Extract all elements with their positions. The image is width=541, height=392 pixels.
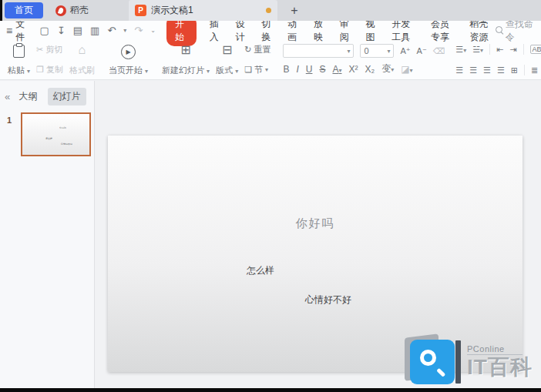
collapse-panel-icon[interactable]: « [5, 91, 10, 102]
cut-copy-group: ✂剪切 ❐复制 [33, 42, 66, 77]
slide-text-line3[interactable]: 心情好不好 [305, 293, 351, 307]
increase-font-icon[interactable]: A⁺ [400, 46, 410, 56]
clear-format-icon[interactable]: ⌫ [433, 46, 445, 56]
home-tab[interactable]: 首页 [5, 2, 43, 18]
layout-button[interactable]: ⊟ 版式 ▾ [213, 42, 241, 77]
ribbon-tab-devtools[interactable]: 开发工具 [391, 18, 418, 44]
watermark-title: IT百科 [467, 355, 533, 380]
wps-presentation-window: 首页 稻壳 P 演示文稿1 + ≡ 文件 ▢ ↧ ▤ ▥ ↶ ▾ ↷ ⌄ 开始 … [0, 0, 541, 392]
superscript-button[interactable]: X² [348, 64, 358, 75]
font-family-select[interactable]: ▾ [283, 44, 354, 58]
layout-caret-icon[interactable]: ▾ [235, 68, 238, 75]
paragraph-spacing-icon[interactable]: ≣ [531, 65, 538, 75]
cut-button[interactable]: ✂剪切 [36, 44, 63, 55]
ribbon-tab-docer-resources[interactable]: 稻壳资源 [469, 18, 496, 44]
layout-icon: ⊟ [222, 43, 232, 56]
customize-toolbar-icon[interactable]: ⌄ [150, 27, 156, 34]
ribbon-tab-review[interactable]: 审阅 [340, 18, 353, 44]
slide-text-line2[interactable]: 怎么样 [247, 264, 274, 277]
play-from-page-button[interactable]: ▶ 当页开始 ▾ [106, 42, 151, 77]
align-center-icon[interactable]: ☰ [469, 65, 477, 75]
subscript-button[interactable]: X₂ [365, 64, 375, 75]
print-icon[interactable]: ▤ [73, 25, 82, 36]
strikethrough-button[interactable]: S [319, 64, 325, 75]
reset-button[interactable]: ↻重置 [244, 44, 270, 55]
reset-icon: ↻ [244, 45, 251, 55]
magnifier-icon [420, 350, 436, 366]
section-caret-icon[interactable]: ▾ [265, 66, 268, 73]
format-painter-button[interactable]: ⌂ 格式刷 [66, 42, 98, 77]
ribbon-toolbar: 粘贴 ▾ ✂剪切 ❐复制 ⌂ 格式刷 ▶ 当页开始 ▾ ⊞ 新建幻灯片 ▾ ⊟ … [0, 40, 541, 80]
reset-section-group: ↻重置 ❏节▾ [241, 42, 274, 77]
ribbon-tab-design[interactable]: 设计 [236, 18, 249, 44]
ribbon-tab-transition[interactable]: 切换 [261, 18, 274, 44]
ribbon-tab-insert[interactable]: 插入 [210, 18, 223, 44]
decrease-indent-icon[interactable]: ⇤ [496, 45, 503, 55]
slide-canvas[interactable]: 你好吗 怎么样 心情好不好 [108, 136, 523, 372]
slide-text-title[interactable]: 你好吗 [108, 216, 523, 231]
new-slide-caret-icon[interactable]: ▾ [207, 68, 210, 75]
paste-button[interactable]: 粘贴 ▾ [5, 42, 33, 77]
docer-tab[interactable]: 稻壳 [43, 0, 99, 21]
it-baike-logo-icon [410, 340, 455, 384]
redo-icon[interactable]: ↷ [134, 25, 143, 36]
paste-caret-icon[interactable]: ▾ [27, 68, 30, 75]
bullets-button[interactable]: ☰▾ [455, 45, 466, 55]
align-right-icon[interactable]: ☰ [483, 65, 491, 75]
outline-tab[interactable]: 大纲 [14, 88, 43, 106]
hamburger-menu-icon[interactable]: ≡ [6, 25, 12, 37]
undo-caret-icon[interactable]: ▾ [123, 27, 126, 34]
align-left-icon[interactable]: ☰ [455, 65, 463, 75]
distribute-icon[interactable]: ⊞ [511, 65, 518, 75]
ribbon-tab-animation[interactable]: 动画 [287, 18, 301, 44]
window-edge [0, 0, 2, 21]
new-slide-button[interactable]: ⊞ 新建幻灯片 ▾ [159, 42, 213, 77]
new-tab-button[interactable]: + [287, 4, 302, 18]
print-preview-icon[interactable]: ▥ [90, 25, 99, 36]
fill-color-button[interactable]: ◪▾ [401, 64, 412, 75]
phonetic-button[interactable]: 变▾ [381, 62, 394, 75]
watermark-brand: PConline [467, 344, 523, 355]
underline-button[interactable]: U [306, 64, 313, 75]
presentation-file-icon: P [135, 5, 146, 16]
document-tab[interactable]: P 演示文稿1 [129, 0, 277, 21]
section-icon: ❏ [244, 65, 252, 75]
bold-button[interactable]: B [283, 64, 289, 75]
format-painter-icon: ⌂ [79, 43, 86, 56]
font-color-button[interactable]: A▾ [332, 64, 341, 75]
font-group: ▾ 0▾ A⁺ A⁻ ⌫ B I U S A▾ X² X₂ 变▾ ◪▾ [281, 42, 446, 77]
ribbon-tab-slideshow[interactable]: 放映 [314, 18, 327, 44]
export-icon[interactable]: ↧ [57, 25, 66, 36]
quick-access-toolbar: ▢ ↧ ▤ ▥ ↶ ▾ ↷ ⌄ [40, 25, 156, 36]
copy-icon: ❐ [36, 65, 44, 75]
copy-button[interactable]: ❐复制 [36, 64, 63, 75]
unsaved-indicator-dot [266, 8, 271, 13]
slide-thumbnail[interactable]: 你好吗 怎么样 心情好不好 [21, 112, 91, 156]
find-command-label: 查找命令 [506, 18, 535, 44]
slide-number: 1 [7, 116, 12, 125]
find-command-search[interactable]: 查找命令 [496, 18, 535, 44]
undo-icon[interactable]: ↶ [107, 25, 116, 36]
increase-indent-icon[interactable]: ⇥ [509, 45, 516, 55]
slides-tab[interactable]: 幻灯片 [48, 88, 86, 106]
ribbon-tab-member[interactable]: 会员专享 [431, 18, 457, 44]
docer-icon [55, 5, 66, 16]
save-icon[interactable]: ▢ [40, 25, 49, 36]
tab-bar: 首页 稻壳 P 演示文稿1 + [0, 0, 541, 21]
decrease-font-icon[interactable]: A⁻ [417, 46, 427, 56]
justify-icon[interactable]: ☰ [497, 65, 505, 75]
ribbon-tab-view[interactable]: 视图 [366, 18, 379, 44]
italic-button[interactable]: I [296, 64, 298, 75]
docer-tab-label: 稻壳 [70, 4, 89, 17]
numbering-button[interactable]: ☱▾ [472, 45, 483, 55]
file-menu[interactable]: 文件 [15, 18, 30, 44]
slide-panel: « 大纲 幻灯片 1 你好吗 怎么样 心情好不好 [0, 81, 95, 392]
search-icon [496, 26, 502, 35]
font-size-select[interactable]: 0▾ [360, 44, 394, 58]
menu-bar: ≡ 文件 ▢ ↧ ▤ ▥ ↶ ▾ ↷ ⌄ 开始 插入 设计 切换 动画 放映 审… [0, 21, 541, 40]
scissors-icon: ✂ [36, 45, 43, 55]
char-border-button[interactable]: AB [530, 45, 541, 54]
section-button[interactable]: ❏节▾ [244, 64, 270, 75]
play-caret-icon[interactable]: ▾ [145, 68, 148, 75]
paste-icon [13, 45, 25, 58]
